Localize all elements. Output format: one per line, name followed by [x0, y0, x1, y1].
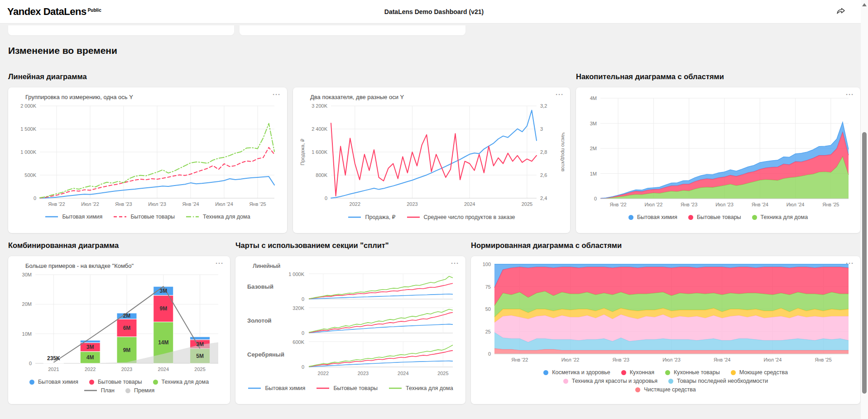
- normalized-area-chart-canvas[interactable]: Янв '22Июл '22Янв '23Июл '23Янв '24Июл '…: [476, 261, 855, 366]
- svg-text:3M: 3M: [86, 344, 94, 350]
- svg-text:2024: 2024: [158, 367, 169, 372]
- svg-text:3: 3: [540, 126, 543, 132]
- legend-item[interactable]: Бытовая химия: [29, 379, 78, 385]
- svg-text:5M: 5M: [196, 353, 204, 359]
- svg-text:Янв '24: Янв '24: [714, 357, 730, 362]
- card-menu-button[interactable]: ···: [556, 91, 564, 98]
- share-button[interactable]: [834, 4, 848, 19]
- svg-text:0: 0: [302, 330, 304, 336]
- legend-dot-swatch: [153, 380, 158, 385]
- heading-stacked-area: Накопительная диаграмма с областями: [576, 72, 860, 81]
- heading-line-chart: Линейная диаграмма: [8, 72, 287, 81]
- chart-row-2: Больше примеров - на вкладке "Комбо" ···…: [8, 256, 868, 404]
- legend-item[interactable]: Моющие средства: [731, 369, 788, 376]
- legend-dot-swatch: [731, 370, 736, 375]
- legend-item[interactable]: Бытовая химия: [248, 385, 305, 391]
- legend-label: Продажа, ₽: [365, 214, 395, 220]
- legend-label: Кухонные товары: [674, 369, 720, 376]
- legend-dot-swatch: [628, 215, 633, 220]
- chart-legend: Продажа, ₽Среднее число продуктов в зака…: [298, 210, 565, 220]
- legend-item[interactable]: Бытовые товары: [316, 385, 378, 391]
- svg-text:800K: 800K: [316, 172, 327, 178]
- legend-item[interactable]: Бытовая химия: [628, 214, 677, 220]
- svg-text:0: 0: [325, 195, 327, 201]
- scrollbar-up-arrow[interactable]: [862, 3, 867, 6]
- card-menu-button[interactable]: ···: [216, 260, 224, 267]
- svg-text:Июл '24: Июл '24: [215, 201, 233, 207]
- chart-card-combo: Больше примеров - на вкладке "Комбо" ···…: [8, 256, 230, 404]
- legend-item[interactable]: Бытовые товары: [113, 214, 175, 220]
- svg-text:0: 0: [594, 196, 597, 201]
- legend-item[interactable]: Бытовые товары: [89, 379, 142, 385]
- svg-text:Базовый: Базовый: [247, 283, 273, 290]
- legend-label: Бытовая химия: [265, 385, 305, 391]
- split-line-chart-canvas[interactable]: Базовый1 000K0Золотой320K0Серебряный600K…: [241, 270, 460, 381]
- svg-text:Янв '23: Янв '23: [115, 201, 132, 207]
- legend-item[interactable]: Кухонная: [621, 369, 654, 376]
- legend-item[interactable]: План: [84, 387, 115, 394]
- legend-item[interactable]: Косметика и здоровье: [543, 369, 610, 376]
- chart-title: Группировка по измерению, одна ось Y: [14, 92, 282, 101]
- svg-text:0: 0: [34, 195, 36, 201]
- scrollbar-thumb[interactable]: [862, 132, 867, 394]
- legend-item[interactable]: Кухонные товары: [665, 369, 720, 376]
- legend-item[interactable]: Премия: [125, 387, 154, 394]
- svg-text:Июл '22: Июл '22: [645, 202, 663, 207]
- legend-label: Бытовая химия: [637, 214, 677, 220]
- legend-item[interactable]: Среднее число продуктов в заказе: [407, 214, 515, 220]
- svg-text:0: 0: [29, 361, 32, 366]
- card-menu-button[interactable]: ···: [451, 260, 459, 267]
- legend-label: Бытовые товары: [697, 214, 741, 220]
- svg-text:600K: 600K: [293, 339, 304, 345]
- chart-card-grouped-lines: Группировка по измерению, одна ось Y ···…: [8, 87, 287, 233]
- chart-title: Больше примеров - на вкладке "Комбо": [14, 261, 225, 270]
- svg-text:235K: 235K: [47, 355, 60, 362]
- legend-label: Бытовые товары: [98, 379, 142, 385]
- legend-item[interactable]: Техника для дома: [388, 385, 453, 391]
- svg-text:Янв '23: Янв '23: [681, 202, 697, 207]
- svg-text:0: 0: [302, 364, 304, 370]
- card-menu-button[interactable]: ···: [846, 260, 854, 267]
- legend-dot-swatch: [688, 215, 693, 220]
- card-menu-button[interactable]: ···: [846, 91, 854, 98]
- svg-text:3,2: 3,2: [540, 103, 547, 109]
- combo-chart-canvas[interactable]: 2021202220232024202530M20M10M04M9M14M5M3…: [14, 270, 225, 375]
- legend-label: План: [101, 387, 115, 394]
- legend-label: Техника для красоты и здоровья: [572, 378, 657, 384]
- svg-text:2,4: 2,4: [540, 195, 547, 201]
- card-menu-button[interactable]: ···: [273, 91, 281, 98]
- svg-text:2 400K: 2 400K: [312, 126, 328, 132]
- svg-text:Июл '23: Июл '23: [715, 202, 734, 207]
- legend-item[interactable]: Техника для дома: [752, 214, 808, 220]
- legend-dot-swatch: [89, 380, 94, 385]
- legend-item[interactable]: Бытовые товары: [688, 214, 741, 220]
- legend-item[interactable]: Техника для дома: [153, 379, 209, 385]
- svg-text:Янв '24: Янв '24: [182, 201, 199, 207]
- legend-item[interactable]: Товары последней необходимости: [668, 378, 768, 384]
- heading-normalized-area: Нормированная диаграмма с областями: [471, 241, 860, 250]
- legend-item[interactable]: Бытовая химия: [45, 214, 102, 220]
- chart-legend: Косметика и здоровьеКухоннаяКухонные тов…: [530, 366, 801, 393]
- scrollbar[interactable]: [861, 0, 868, 419]
- legend-item[interactable]: Чистящие средства: [635, 386, 695, 393]
- stacked-area-chart-canvas[interactable]: Янв '22Июл '22Янв '23Июл '23Янв '24Июл '…: [581, 92, 855, 210]
- chart-card-normalized-area: ··· Янв '22Июл '22Янв '23Июл '23Янв '24И…: [471, 256, 860, 404]
- svg-text:320K: 320K: [293, 305, 304, 311]
- legend-item[interactable]: Техника для красоты и здоровья: [563, 378, 657, 384]
- svg-text:3M: 3M: [159, 288, 167, 294]
- legend-label: Бытовые товары: [130, 214, 175, 220]
- svg-text:2,6: 2,6: [540, 172, 547, 178]
- legend-label: Техника для дома: [761, 214, 808, 220]
- legend-item[interactable]: Продажа, ₽: [348, 214, 395, 220]
- svg-text:2023: 2023: [121, 367, 132, 372]
- legend-dot-swatch: [125, 388, 130, 393]
- legend-label: Моющие средства: [739, 369, 788, 376]
- heading-split-charts: Чарты с использованием секции "сплит": [235, 241, 465, 250]
- svg-text:2M: 2M: [123, 313, 131, 319]
- clipped-card-row: [8, 25, 868, 35]
- clipped-card-middle: [240, 25, 465, 35]
- line-chart-canvas[interactable]: Янв '22Июл '22Янв '23Июл '23Янв '24Июл '…: [14, 101, 282, 210]
- legend-item[interactable]: Техника для дома: [186, 214, 250, 220]
- dual-axis-chart-canvas[interactable]: 20222023202420253 200K2 400K1 600K800K03…: [298, 101, 565, 210]
- datalens-logo[interactable]: Yandex DataLensPublic: [7, 6, 101, 18]
